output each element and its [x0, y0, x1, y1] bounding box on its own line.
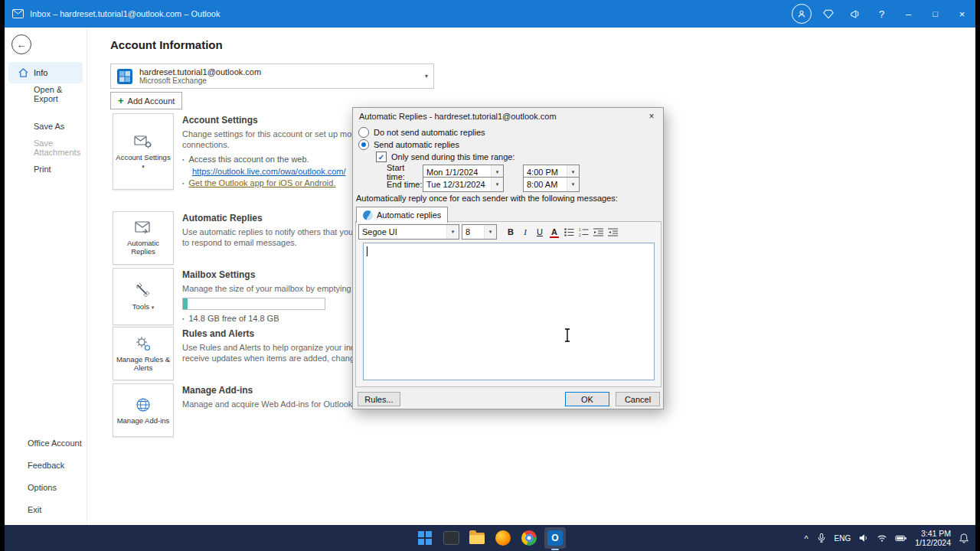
send-automatic-replies-radio[interactable]: Send automatic replies	[358, 139, 459, 150]
sidebar-item-label: Feedback	[28, 461, 64, 470]
formatting-toolbar: Segoe UI ▾ 8 ▾ B I U A 12	[356, 222, 661, 242]
coming-soon-icon[interactable]	[841, 0, 868, 28]
chevron-down-icon: ▾	[491, 178, 503, 191]
sidebar-item-info[interactable]: Info	[8, 62, 83, 83]
chevron-down-icon[interactable]: ▾	[420, 64, 433, 88]
decrease-indent-button[interactable]	[592, 226, 604, 239]
battery-icon[interactable]	[895, 533, 907, 543]
globe-icon	[135, 396, 152, 413]
time-range-checkbox[interactable]: ✓ Only send during this time range:	[376, 152, 514, 162]
bullet-text: Access this account on the web.	[188, 154, 309, 165]
premium-icon[interactable]	[815, 0, 841, 28]
sidebar-item-label: Save Attachments	[34, 139, 87, 157]
automatic-replies-button[interactable]: Automatic Replies	[113, 211, 174, 265]
exchange-logo-icon	[116, 68, 133, 85]
svg-text:2: 2	[579, 233, 581, 236]
icon-box-label: Account Settings	[116, 153, 170, 161]
bullet-list-button[interactable]	[563, 226, 575, 239]
end-time-value: 8:00 AM	[527, 180, 567, 189]
end-time-dropdown[interactable]: 8:00 AM ▾	[523, 177, 580, 192]
icon-box-label: Manage Add-ins	[117, 416, 170, 425]
taskbar-clock[interactable]: 3:41 PM 1/12/2024	[915, 529, 951, 547]
taskbar-file-explorer[interactable]	[466, 527, 488, 549]
mailbox-tools-button[interactable]: Tools ▾	[113, 268, 174, 325]
home-icon	[18, 68, 28, 77]
maximize-button[interactable]: □	[922, 0, 949, 28]
sidebar-item-exit[interactable]: Exit	[5, 498, 87, 520]
get-outlook-app-link[interactable]: Get the Outlook app for iOS or Android.	[188, 178, 335, 189]
account-settings-button[interactable]: Account Settings ▾	[113, 113, 174, 190]
radio-label: Do not send automatic replies	[374, 128, 485, 137]
chevron-down-icon: ▾	[142, 164, 145, 169]
end-date-dropdown[interactable]: Tue 12/31/2024 ▾	[423, 177, 504, 192]
speaker-icon[interactable]	[858, 533, 869, 543]
underline-button[interactable]: U	[534, 226, 546, 239]
reply-message-editor[interactable]	[363, 243, 655, 380]
rules-button-label: Rules...	[364, 395, 393, 404]
reply-instruction-text: Automatically reply once for each sender…	[356, 194, 618, 203]
account-settings-icon	[134, 133, 152, 150]
language-indicator[interactable]: ENG	[835, 534, 851, 543]
dialog-title: Automatic Replies - hardreset.tutorial1@…	[359, 112, 557, 121]
tab-automatic-replies[interactable]: Automatic replies	[356, 207, 448, 223]
bold-button[interactable]: B	[505, 226, 517, 239]
taskbar-dark-app[interactable]	[440, 527, 462, 549]
chevron-down-icon: ▾	[484, 225, 496, 239]
back-button[interactable]: ←	[11, 34, 31, 54]
wifi-icon[interactable]	[877, 533, 887, 543]
taskbar-outlook[interactable]: O	[544, 527, 566, 549]
sidebar-item-print[interactable]: Print	[5, 158, 87, 180]
taskbar-firefox[interactable]	[492, 527, 514, 549]
radio-label: Send automatic replies	[374, 140, 459, 149]
sidebar-item-office-account[interactable]: Office Account	[5, 432, 87, 454]
microphone-icon[interactable]	[816, 533, 827, 543]
font-color-button[interactable]: A	[548, 226, 560, 239]
increase-indent-button[interactable]	[606, 226, 619, 239]
firefox-icon	[495, 530, 511, 546]
cancel-button[interactable]: Cancel	[616, 392, 660, 406]
do-not-send-radio[interactable]: Do not send automatic replies	[358, 127, 485, 138]
account-selector-dropdown[interactable]: hardreset.tutorial1@outlook.com Microsof…	[110, 64, 434, 89]
add-account-button[interactable]: + Add Account	[110, 92, 182, 109]
taskbar-chrome[interactable]	[518, 527, 540, 549]
numbered-list-button[interactable]: 12	[577, 226, 590, 239]
tab-label: Automatic replies	[377, 210, 441, 220]
dialog-close-button[interactable]: ×	[640, 108, 663, 125]
storage-free-text: 14.8 GB free of 14.8 GB	[188, 313, 279, 324]
sidebar-item-label: Print	[34, 165, 51, 174]
rules-gear-icon	[135, 335, 152, 352]
sidebar-item-open-export[interactable]: Open & Export	[5, 83, 87, 105]
rules-button[interactable]: Rules...	[358, 392, 400, 406]
reply-message-editor-wrap	[363, 243, 655, 380]
outlook-app-icon	[12, 9, 24, 18]
account-avatar[interactable]	[788, 0, 815, 28]
sidebar-item-save-as[interactable]: Save As	[5, 116, 87, 137]
tray-overflow-chevron[interactable]: ^	[804, 534, 808, 543]
checkbox-label: Only send during this time range:	[391, 152, 514, 161]
page-title: Account Information	[110, 38, 223, 51]
ok-button[interactable]: OK	[565, 392, 609, 406]
close-icon: ×	[648, 111, 654, 122]
manage-addins-button[interactable]: Manage Add-ins	[113, 383, 174, 437]
sidebar-item-options[interactable]: Options	[5, 476, 87, 498]
reply-editor-panel: Segoe UI ▾ 8 ▾ B I U A 12	[355, 221, 662, 387]
outlook-icon: O	[547, 530, 563, 546]
notification-bell-icon[interactable]	[959, 533, 969, 544]
sidebar-item-feedback[interactable]: Feedback	[5, 454, 87, 476]
end-date-value: Tue 12/31/2024	[426, 180, 491, 189]
help-button[interactable]: ?	[868, 0, 895, 28]
italic-button[interactable]: I	[519, 226, 531, 239]
close-button[interactable]: ×	[949, 0, 975, 28]
dark-app-icon	[443, 531, 459, 545]
font-family-dropdown[interactable]: Segoe UI ▾	[358, 224, 459, 240]
start-button[interactable]	[414, 527, 436, 549]
owa-link[interactable]: https://outlook.live.com/owa/outlook.com…	[192, 166, 346, 178]
checkbox-checked-icon: ✓	[376, 152, 387, 162]
manage-rules-alerts-button[interactable]: Manage Rules & Alerts	[113, 327, 174, 380]
font-family-value: Segoe UI	[362, 227, 446, 236]
automatic-replies-dialog: Automatic Replies - hardreset.tutorial1@…	[352, 107, 664, 409]
font-size-dropdown[interactable]: 8 ▾	[462, 224, 497, 240]
backstage-sidebar: ← Info Open & Export Save As Save Attach…	[5, 28, 87, 525]
card-title: Manage Add-ins	[182, 385, 354, 396]
minimize-button[interactable]: –	[895, 0, 922, 28]
